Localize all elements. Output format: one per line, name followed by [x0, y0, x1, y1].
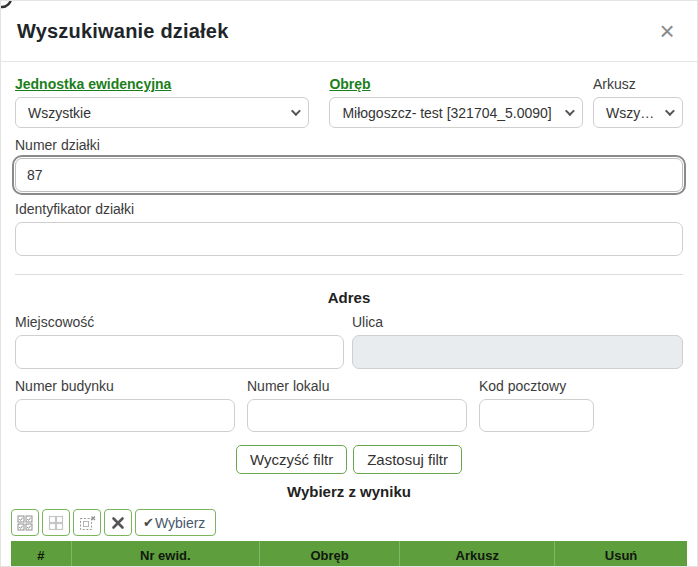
- adres-section-title: Adres: [15, 289, 683, 306]
- obreb-select[interactable]: Miłogoszcz- test [321704_5.0090]: [329, 97, 583, 128]
- section-divider: [15, 274, 683, 275]
- select-button[interactable]: ✔ Wybierz: [135, 509, 216, 536]
- obreb-selected-value: Miłogoszcz- test [321704_5.0090]: [342, 105, 551, 121]
- remove-x-icon: [111, 516, 125, 530]
- kod-pocztowy-label: Kod pocztowy: [479, 378, 594, 395]
- numer-dzialki-label: Numer działki: [15, 137, 683, 154]
- column-header-usun: Usuń: [555, 541, 687, 567]
- chevron-down-icon: [291, 106, 301, 116]
- arkusz-select[interactable]: Wszystki: [593, 97, 683, 128]
- checkmark-icon: ✔: [143, 515, 154, 530]
- grid-icon: [48, 515, 64, 531]
- numer-lokalu-label: Numer lokalu: [247, 378, 467, 395]
- adres-row-1: Miejscowość Ulica: [15, 314, 683, 369]
- identyfikator-dzialki-label: Identyfikator działki: [15, 201, 683, 218]
- arkusz-selected-value: Wszystki: [606, 105, 659, 121]
- select-button-label: Wybierz: [155, 515, 205, 531]
- remove-button[interactable]: [104, 509, 132, 536]
- identyfikator-dzialki-field: Identyfikator działki: [15, 201, 683, 256]
- clear-selection-grid-icon: [79, 515, 96, 531]
- obreb-link[interactable]: Obręb: [329, 76, 583, 93]
- column-header-arkusz: Arkusz: [400, 541, 555, 567]
- select-all-grid-icon: [17, 515, 33, 531]
- clear-selection-button[interactable]: [73, 509, 101, 536]
- parcel-search-dialog: Wyszukiwanie działek × Jednostka ewidenc…: [0, 0, 698, 567]
- select-all-button[interactable]: [11, 509, 39, 536]
- adres-row-2: Numer budynku Numer lokalu Kod pocztowy: [15, 378, 683, 432]
- column-header-obreb: Obręb: [260, 541, 401, 567]
- miejscowosc-label: Miejscowość: [15, 314, 344, 331]
- filter-actions: Wyczyść filtr Zastosuj filtr: [15, 445, 683, 474]
- ulica-input: [352, 335, 683, 369]
- ulica-label: Ulica: [352, 314, 683, 331]
- column-header-nr-ewid: Nr ewid.: [72, 541, 260, 567]
- arkusz-label: Arkusz: [593, 76, 683, 93]
- jednostka-ewidencyjna-select[interactable]: Wszystkie: [15, 97, 309, 128]
- jednostka-selected-value: Wszystkie: [28, 105, 91, 121]
- close-icon[interactable]: ×: [651, 15, 683, 47]
- filter-selects-row: Jednostka ewidencyjna Wszystkie Obręb Mi…: [15, 76, 683, 128]
- numer-budynku-input[interactable]: [15, 399, 235, 432]
- numer-dzialki-field: Numer działki: [15, 137, 683, 192]
- apply-filter-button[interactable]: Zastosuj filtr: [353, 445, 462, 474]
- miejscowosc-input[interactable]: [15, 335, 344, 369]
- clear-filter-button[interactable]: Wyczyść filtr: [236, 445, 347, 474]
- jednostka-ewidencyjna-link[interactable]: Jednostka ewidencyjna: [15, 76, 309, 93]
- dialog-body: Jednostka ewidencyjna Wszystkie Obręb Mi…: [1, 62, 697, 567]
- chevron-down-icon: [665, 106, 675, 116]
- kod-pocztowy-input[interactable]: [479, 399, 594, 432]
- column-header-index: #: [11, 541, 72, 567]
- numer-dzialki-input[interactable]: [15, 158, 683, 192]
- results-table-header: # Nr ewid. Obręb Arkusz Usuń: [11, 541, 687, 567]
- chevron-down-icon: [565, 106, 575, 116]
- grid-view-button[interactable]: [42, 509, 70, 536]
- results-section-title: Wybierz z wyniku: [15, 483, 683, 500]
- dialog-title: Wyszukiwanie działek: [17, 20, 229, 43]
- numer-lokalu-input[interactable]: [247, 399, 467, 432]
- results-toolbar: ✔ Wybierz: [11, 509, 683, 536]
- numer-budynku-label: Numer budynku: [15, 378, 235, 395]
- results-table: # Nr ewid. Obręb Arkusz Usuń: [11, 541, 687, 567]
- identyfikator-dzialki-input[interactable]: [15, 222, 683, 256]
- dialog-header: Wyszukiwanie działek ×: [1, 1, 697, 62]
